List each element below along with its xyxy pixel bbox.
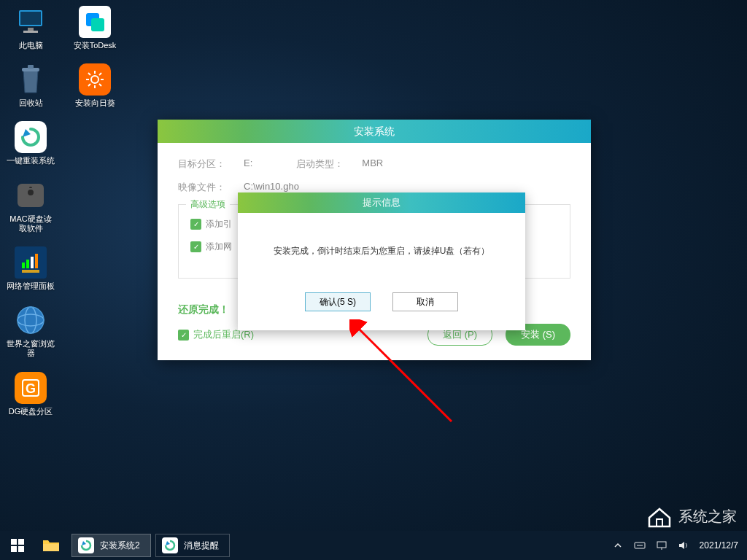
svg-rect-7 xyxy=(28,65,34,69)
svg-rect-21 xyxy=(35,254,38,268)
svg-rect-33 xyxy=(11,546,17,552)
todesk-icon[interactable]: 安装ToDesk xyxy=(70,6,120,50)
windows-icon xyxy=(11,539,24,552)
keyboard-icon[interactable] xyxy=(634,540,646,551)
tray-chevron-icon[interactable] xyxy=(612,540,624,551)
file-explorer-button[interactable] xyxy=(35,531,67,560)
cancel-button[interactable]: 取消 xyxy=(392,292,458,311)
network-panel-icon[interactable]: 网络管理面板 xyxy=(6,246,55,291)
checkmark-icon: ✓ xyxy=(190,241,201,252)
svg-line-15 xyxy=(99,73,101,75)
confirm-button[interactable]: 确认(5 S) xyxy=(305,292,371,311)
svg-rect-31 xyxy=(11,539,17,545)
browser-icon[interactable]: 世界之窗浏览器 xyxy=(6,304,55,358)
svg-point-8 xyxy=(91,76,98,83)
dg-partition-icon[interactable]: G DG硬盘分区 xyxy=(6,372,55,416)
target-partition-value: E: xyxy=(244,158,252,171)
reinstall-system-icon[interactable]: 一键重装系统 xyxy=(6,121,55,166)
modal-title: 提示信息 xyxy=(238,192,525,213)
svg-rect-3 xyxy=(23,31,38,33)
modal-message: 安装完成，倒计时结束后为您重启，请拔掉U盘（若有） xyxy=(252,245,511,257)
desktop: 此电脑 安装ToDesk 回收站 安装向日葵 一键重装系统 xyxy=(0,0,747,560)
svg-rect-22 xyxy=(22,270,39,273)
svg-rect-2 xyxy=(28,28,34,31)
system-tray: 2021/12/7 xyxy=(612,540,747,551)
volume-icon[interactable] xyxy=(678,540,689,551)
svg-rect-5 xyxy=(91,18,104,31)
taskbar: 安装系统2 消息提醒 2021/12/7 xyxy=(0,531,747,560)
svg-rect-1 xyxy=(20,12,41,25)
svg-rect-18 xyxy=(22,262,25,268)
start-button[interactable] xyxy=(0,531,35,560)
image-file-label: 映像文件： xyxy=(178,181,244,194)
svg-rect-34 xyxy=(18,546,24,552)
taskbar-item-installer[interactable]: 安装系统2 xyxy=(71,534,151,557)
target-partition-label: 目标分区： xyxy=(178,158,244,171)
svg-text:G: G xyxy=(26,381,36,396)
svg-rect-32 xyxy=(18,539,24,545)
svg-line-16 xyxy=(88,84,90,86)
boot-type-label: 启动类型： xyxy=(296,158,362,171)
watermark: 系统之家 xyxy=(646,503,737,529)
folder-icon xyxy=(42,538,60,553)
svg-rect-19 xyxy=(26,260,29,268)
taskbar-item-notification[interactable]: 消息提醒 xyxy=(155,534,230,557)
svg-rect-20 xyxy=(31,257,34,268)
advanced-legend: 高级选项 xyxy=(186,198,230,211)
desktop-icons: 此电脑 安装ToDesk 回收站 安装向日葵 一键重装系统 xyxy=(6,6,120,416)
svg-line-14 xyxy=(99,84,101,86)
svg-line-13 xyxy=(88,73,90,75)
info-modal: 提示信息 安装完成，倒计时结束后为您重启，请拔掉U盘（若有） 确认(5 S) 取… xyxy=(238,192,525,330)
this-pc-icon[interactable]: 此电脑 xyxy=(6,6,55,50)
svg-rect-35 xyxy=(43,544,59,551)
sunflower-icon[interactable]: 安装向日葵 xyxy=(70,63,120,108)
network-icon[interactable] xyxy=(656,540,667,551)
recycle-bin-icon[interactable]: 回收站 xyxy=(6,63,55,108)
checkmark-icon: ✓ xyxy=(190,219,201,230)
tray-date[interactable]: 2021/12/7 xyxy=(700,540,738,551)
checkmark-icon: ✓ xyxy=(178,330,189,341)
installer-title: 安装系统 xyxy=(158,120,591,143)
boot-type-value: MBR xyxy=(362,158,383,171)
svg-rect-38 xyxy=(657,542,666,548)
svg-rect-30 xyxy=(657,519,662,526)
mac-disk-icon[interactable]: MAC硬盘读取软件 xyxy=(6,179,55,233)
